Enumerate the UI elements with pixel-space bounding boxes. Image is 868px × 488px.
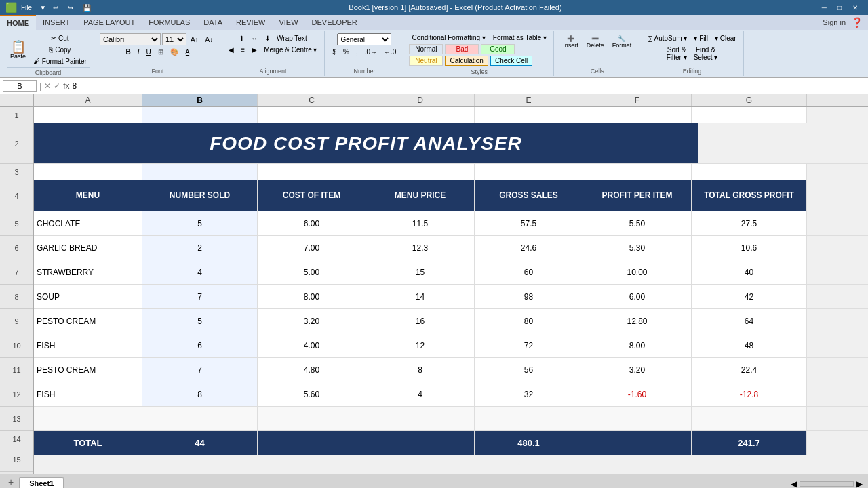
tab-review[interactable]: REVIEW	[229, 15, 272, 30]
cell-total-gross-2[interactable]: 40	[692, 260, 807, 284]
col-header-d[interactable]: D	[366, 94, 475, 106]
delete-button[interactable]: ➖Delete	[583, 33, 608, 51]
total-gross-sales[interactable]: 480.1	[475, 431, 583, 455]
row-num-5[interactable]: 5	[0, 211, 33, 236]
cell-empty-before-total-e[interactable]	[475, 407, 583, 430]
close-button[interactable]: ✕	[848, 3, 863, 12]
row-num-9[interactable]: 9	[0, 309, 33, 333]
cell-f1[interactable]	[583, 107, 692, 123]
header-gross-sales[interactable]: GROSS SALES	[475, 180, 583, 211]
cell-cost-5[interactable]: 4.00	[258, 333, 366, 357]
col-header-b[interactable]: B	[142, 94, 258, 106]
decrease-decimal-button[interactable]: ←.0	[381, 47, 399, 57]
conditional-formatting-button[interactable]: Conditional Formatting ▾	[409, 33, 488, 43]
cell-g1[interactable]	[692, 107, 807, 123]
tab-formulas[interactable]: FORMULAS	[142, 15, 197, 30]
cell-total-gross-0[interactable]: 27.5	[692, 211, 807, 235]
cell-num-sold-0[interactable]: 5	[142, 211, 258, 235]
find-select-button[interactable]: Find &Select ▾	[691, 45, 721, 62]
cell-e1[interactable]	[475, 107, 583, 123]
insert-button[interactable]: ➕Insert	[559, 33, 582, 51]
header-profit-per-item[interactable]: PROFIT PER ITEM	[583, 180, 692, 211]
cell-gross-sales-5[interactable]: 72	[475, 333, 583, 357]
increase-font-button[interactable]: A↑	[188, 35, 201, 45]
style-normal[interactable]: Normal	[409, 44, 443, 54]
font-color-button[interactable]: A̲	[182, 47, 193, 57]
font-size-select[interactable]: 11	[162, 33, 186, 45]
cell-num-sold-3[interactable]: 7	[142, 285, 258, 308]
format-as-table-button[interactable]: Format as Table ▾	[490, 33, 549, 43]
merge-centre-button[interactable]: Merge & Centre ▾	[261, 45, 319, 55]
increase-decimal-button[interactable]: .0→	[362, 47, 380, 57]
minimize-button[interactable]: ─	[817, 3, 831, 12]
cell-menu-7[interactable]: FISH	[34, 382, 142, 406]
cell-total-gross-1[interactable]: 10.6	[692, 236, 807, 260]
row-num-14[interactable]: 14	[0, 431, 33, 447]
cell-cost-3[interactable]: 8.00	[258, 285, 366, 308]
tab-view[interactable]: VIEW	[272, 15, 304, 30]
row-num-2[interactable]: 2	[0, 123, 33, 164]
cell-empty-before-total-d[interactable]	[366, 407, 475, 430]
number-format-select[interactable]: General	[337, 33, 391, 45]
maximize-button[interactable]: □	[833, 3, 846, 12]
cell-e3[interactable]	[475, 164, 583, 180]
scroll-right-icon[interactable]: ▶	[856, 479, 863, 488]
cell-cost-7[interactable]: 5.60	[258, 382, 366, 406]
scroll-bar-thumb[interactable]	[800, 481, 854, 487]
cell-menu-4[interactable]: PESTO CREAM	[34, 309, 142, 333]
style-bad[interactable]: Bad	[445, 44, 479, 54]
cell-a3[interactable]	[34, 164, 142, 180]
cell-menu-3[interactable]: SOUP	[34, 285, 142, 308]
align-middle-button[interactable]: ↔	[248, 33, 260, 43]
cell-menu-price-0[interactable]: 11.5	[366, 211, 475, 235]
cell-gross-sales-0[interactable]: 57.5	[475, 211, 583, 235]
italic-button[interactable]: I	[135, 47, 142, 57]
cell-gross-sales-3[interactable]: 98	[475, 285, 583, 308]
cut-button[interactable]: ✂ Cut	[31, 33, 90, 43]
cell-num-sold-2[interactable]: 4	[142, 260, 258, 284]
cell-gross-sales-7[interactable]: 32	[475, 382, 583, 406]
paste-button[interactable]: 📋 Paste	[7, 39, 29, 62]
sort-filter-button[interactable]: Sort &Filter ▾	[664, 45, 690, 62]
cell-empty-before-total[interactable]	[34, 407, 142, 430]
auto-sum-button[interactable]: ∑ AutoSum ▾	[645, 33, 690, 43]
cell-menu-price-4[interactable]: 16	[366, 309, 475, 333]
row-num-6[interactable]: 6	[0, 236, 33, 260]
cell-menu-price-1[interactable]: 12.3	[366, 236, 475, 260]
header-menu[interactable]: MENU	[34, 180, 142, 211]
cell-menu-price-7[interactable]: 4	[366, 382, 475, 406]
tab-data[interactable]: DATA	[197, 15, 229, 30]
cell-profit-item-5[interactable]: 8.00	[583, 333, 692, 357]
col-header-g[interactable]: G	[692, 94, 807, 106]
align-bottom-button[interactable]: ⬇	[262, 33, 273, 43]
cell-total-gross-7[interactable]: -12.8	[692, 382, 807, 406]
function-wizard-icon[interactable]: fx	[63, 81, 69, 91]
style-calculation[interactable]: Calculation	[445, 56, 488, 66]
row-num-7[interactable]: 7	[0, 260, 33, 285]
tab-home[interactable]: HOME	[0, 15, 36, 30]
total-number-sold[interactable]: 44	[142, 431, 258, 455]
align-right-button[interactable]: ▶	[249, 45, 260, 55]
formula-input[interactable]	[72, 81, 865, 91]
header-menu-price[interactable]: MENU PRICE	[366, 180, 475, 211]
title-cell[interactable]: FOOD COST PROFIT ANALYSER	[34, 123, 698, 163]
cell-a1[interactable]	[34, 107, 142, 123]
add-sheet-button[interactable]: +	[3, 475, 19, 488]
cell-menu-1[interactable]: GARLIC BREAD	[34, 236, 142, 260]
cell-menu-2[interactable]: STRAWBERRY	[34, 260, 142, 284]
style-check-cell[interactable]: Check Cell	[490, 56, 532, 66]
cell-cost-6[interactable]: 4.80	[258, 358, 366, 382]
cell-menu-0[interactable]: CHOCLATE	[34, 211, 142, 235]
header-total-gross-profit[interactable]: TOTAL GROSS PROFIT	[692, 180, 807, 211]
total-profit-empty[interactable]	[583, 431, 692, 455]
format-painter-button[interactable]: 🖌 Format Painter	[31, 56, 90, 66]
row-num-15[interactable]: 15	[0, 447, 33, 472]
cell-b1[interactable]	[142, 107, 258, 123]
cell-num-sold-5[interactable]: 6	[142, 333, 258, 357]
col-header-f[interactable]: F	[583, 94, 692, 106]
cell-total-gross-6[interactable]: 22.4	[692, 358, 807, 382]
total-cost-empty[interactable]	[258, 431, 366, 455]
cell-empty-before-total-b[interactable]	[142, 407, 258, 430]
cell-empty-before-total-g[interactable]	[692, 407, 807, 430]
cancel-formula-icon[interactable]: ✕	[44, 81, 51, 91]
